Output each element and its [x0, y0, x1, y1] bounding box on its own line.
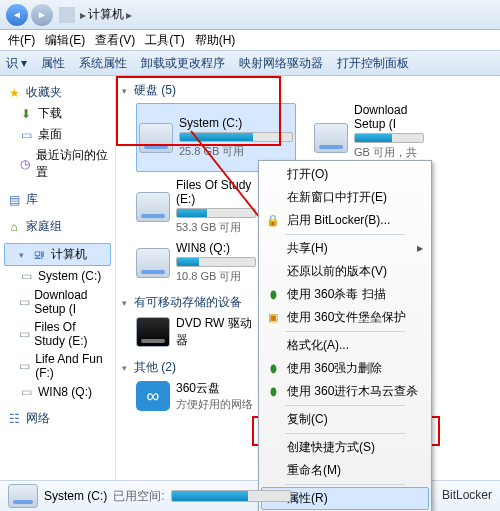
tb-properties[interactable]: 属性 [41, 55, 65, 72]
ctx-open[interactable]: 打开(O) [261, 163, 429, 186]
drive-usage-bar [176, 257, 256, 267]
menu-view[interactable]: 查看(V) [91, 32, 139, 49]
drive-icon [314, 123, 348, 153]
tb-ctrlpanel[interactable]: 打开控制面板 [337, 55, 409, 72]
sidebar-favorites[interactable]: ★收藏夹 [4, 82, 111, 103]
scan-icon: ⬮ [265, 384, 281, 400]
fort-icon: ▣ [265, 310, 281, 326]
ctx-separator [285, 405, 405, 406]
network-icon: ☷ [6, 411, 22, 427]
drive-free: 25.8 GB 可用 [179, 144, 293, 159]
sidebar-item-recent[interactable]: ◷最近访问的位置 [4, 145, 111, 183]
tb-organize[interactable]: 识 ▾ [6, 55, 27, 72]
dvd-drive-icon [136, 317, 170, 347]
drive-icon [136, 248, 170, 278]
tb-sysprops[interactable]: 系统属性 [79, 55, 127, 72]
menu-help[interactable]: 帮助(H) [191, 32, 240, 49]
blank-icon [265, 241, 281, 257]
sidebar-homegroup[interactable]: ⌂家庭组 [4, 216, 111, 237]
chevron-down-icon: ▾ [122, 363, 130, 373]
ctx-share[interactable]: 共享(H) [261, 237, 429, 260]
homegroup-icon: ⌂ [6, 219, 22, 235]
blank-icon [265, 190, 281, 206]
drive-icon: ▭ [18, 294, 30, 310]
shield-icon: ⬮ [265, 287, 281, 303]
status-bitlocker: BitLocker [442, 488, 492, 505]
drive-q[interactable]: WIN8 (Q:) 10.8 GB 可用 [136, 241, 256, 284]
drive-dvd[interactable]: DVD RW 驱动器 [136, 315, 256, 349]
ctx-shortcut[interactable]: 创建快捷方式(S) [261, 436, 429, 459]
ctx-copy[interactable]: 复制(C) [261, 408, 429, 431]
sidebar-item-drive-f[interactable]: ▭Life And Fun (F:) [4, 350, 111, 382]
status-used-label: 已用空间: [113, 488, 164, 505]
ctx-restore[interactable]: 还原以前的版本(V) [261, 260, 429, 283]
blank-icon [265, 167, 281, 183]
cloud-icon: ∞ [136, 381, 170, 411]
ctx-open-new-window[interactable]: 在新窗口中打开(E) [261, 186, 429, 209]
ctx-rename[interactable]: 重命名(M) [261, 459, 429, 482]
ctx-bitlocker[interactable]: 🔒启用 BitLocker(B)... [261, 209, 429, 232]
sidebar-network[interactable]: ☷网络 [4, 408, 111, 429]
breadcrumb-sep: ▸ [80, 8, 86, 22]
ctx-360protect[interactable]: ▣使用 360文件堡垒保护 [261, 306, 429, 329]
sidebar-item-downloads[interactable]: ⬇下载 [4, 103, 111, 124]
ctx-separator [285, 484, 405, 485]
drive-usage-bar [176, 208, 256, 218]
drive-name: WIN8 (Q:) [176, 241, 256, 255]
drive-icon: ▭ [18, 268, 34, 284]
annotation-highlight [116, 76, 281, 146]
ctx-360trojan[interactable]: ⬮使用 360进行木马云查杀 [261, 380, 429, 403]
drive-free: 53.3 GB 可用 [176, 220, 256, 235]
nav-forward-button[interactable]: ► [31, 4, 53, 26]
context-menu: 打开(O) 在新窗口中打开(E) 🔒启用 BitLocker(B)... 共享(… [258, 160, 432, 511]
menubar: 件(F) 编辑(E) 查看(V) 工具(T) 帮助(H) [0, 30, 500, 50]
ctx-separator [285, 331, 405, 332]
drive-icon: ▭ [18, 326, 30, 342]
bitlocker-icon: 🔒 [265, 213, 281, 229]
sidebar-computer[interactable]: ▾🖳计算机 [4, 243, 111, 266]
drive-cloud[interactable]: ∞ 360云盘 方便好用的网络 [136, 380, 276, 412]
status-drive-name: System (C:) [44, 489, 107, 503]
menu-edit[interactable]: 编辑(E) [41, 32, 89, 49]
computer-icon [59, 7, 75, 23]
nav-back-button[interactable]: ◄ [6, 4, 28, 26]
ctx-format[interactable]: 格式化(A)... [261, 334, 429, 357]
sidebar-item-drive-e[interactable]: ▭Files Of Study (E:) [4, 318, 111, 350]
tb-uninstall[interactable]: 卸载或更改程序 [141, 55, 225, 72]
delete-icon: ⬮ [265, 361, 281, 377]
chevron-down-icon: ▾ [19, 250, 27, 260]
drive-icon: ▭ [18, 358, 31, 374]
titlebar: ◄ ► ▸ 计算机 ▸ [0, 0, 500, 30]
drive-usage-bar [354, 133, 424, 143]
drive-icon [8, 484, 38, 508]
sidebar-item-desktop[interactable]: ▭桌面 [4, 124, 111, 145]
blank-icon [265, 264, 281, 280]
sidebar-item-drive-c[interactable]: ▭System (C:) [4, 266, 111, 286]
drive-icon [136, 192, 170, 222]
ctx-separator [285, 433, 405, 434]
ctx-360scan[interactable]: ⬮使用 360杀毒 扫描 [261, 283, 429, 306]
drive-free: 10.8 GB 可用 [176, 269, 256, 284]
recent-icon: ◷ [18, 156, 32, 172]
drive-e[interactable]: Files Of Study (E:) 53.3 GB 可用 [136, 178, 256, 235]
blank-icon [265, 463, 281, 479]
breadcrumb-sep: ▸ [126, 8, 132, 22]
tb-mapnet[interactable]: 映射网络驱动器 [239, 55, 323, 72]
drive-icon: ▭ [18, 384, 34, 400]
ctx-360delete[interactable]: ⬮使用 360强力删除 [261, 357, 429, 380]
breadcrumb-label[interactable]: 计算机 [88, 6, 124, 23]
drive-name: Files Of Study (E:) [176, 178, 256, 206]
star-icon: ★ [6, 85, 22, 101]
sidebar-item-drive-i[interactable]: ▭Download Setup (I [4, 286, 111, 318]
library-icon: ▤ [6, 192, 22, 208]
blank-icon [265, 338, 281, 354]
toolbar: 识 ▾ 属性 系统属性 卸载或更改程序 映射网络驱动器 打开控制面板 [0, 50, 500, 76]
blank-icon [265, 412, 281, 428]
menu-tools[interactable]: 工具(T) [141, 32, 188, 49]
computer-icon: 🖳 [31, 247, 47, 263]
sidebar-libraries[interactable]: ▤库 [4, 189, 111, 210]
chevron-down-icon: ▾ [122, 298, 130, 308]
sidebar-item-drive-q[interactable]: ▭WIN8 (Q:) [4, 382, 111, 402]
menu-file[interactable]: 件(F) [4, 32, 39, 49]
sidebar: ★收藏夹 ⬇下载 ▭桌面 ◷最近访问的位置 ▤库 ⌂家庭组 ▾🖳计算机 ▭Sys… [0, 76, 116, 480]
